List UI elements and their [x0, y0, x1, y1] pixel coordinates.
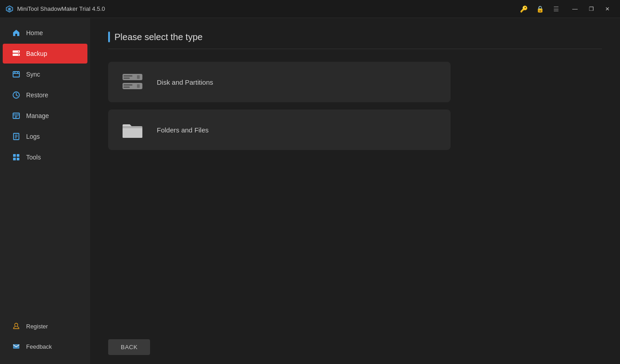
- sidebar-item-sync[interactable]: Sync: [3, 64, 87, 84]
- sidebar: Home Backup: [0, 18, 90, 364]
- section-title: Please select the type: [114, 32, 203, 42]
- disk-partitions-card[interactable]: Disk and Partitions: [108, 62, 451, 102]
- title-bar: MiniTool ShadowMaker Trial 4.5.0 🔑 🔒 ☰ —…: [0, 0, 620, 18]
- menu-icon[interactable]: ☰: [550, 3, 562, 15]
- section-title-area: Please select the type: [108, 32, 602, 49]
- sidebar-item-home[interactable]: Home: [3, 23, 87, 43]
- sidebar-item-logs[interactable]: Logs: [3, 127, 87, 146]
- sidebar-item-manage[interactable]: Manage: [3, 106, 87, 126]
- app-title: MiniTool ShadowMaker Trial 4.5.0: [17, 5, 105, 12]
- close-button[interactable]: ✕: [600, 3, 615, 15]
- app-logo-icon: [5, 5, 14, 13]
- logs-icon: [12, 132, 21, 141]
- svg-rect-24: [123, 75, 132, 77]
- svg-point-0: [9, 8, 10, 10]
- manage-icon: [12, 111, 21, 120]
- svg-rect-28: [123, 84, 132, 86]
- sidebar-item-tools-label: Tools: [26, 154, 41, 161]
- sidebar-item-register[interactable]: Register: [3, 316, 87, 336]
- sidebar-bottom: Register Feedback: [0, 316, 90, 364]
- restore-button[interactable]: ❐: [584, 3, 598, 15]
- window-controls: — ❐ ✕: [568, 3, 615, 15]
- folders-files-card[interactable]: Folders and Files: [108, 109, 451, 150]
- sidebar-item-home-label: Home: [26, 29, 43, 36]
- sidebar-item-restore-label: Restore: [26, 91, 48, 99]
- svg-rect-22: [13, 344, 19, 349]
- svg-rect-26: [137, 75, 140, 79]
- back-button-area: BACK: [108, 339, 150, 355]
- backup-icon: [12, 49, 21, 58]
- sidebar-item-backup[interactable]: Backup: [3, 44, 87, 64]
- feedback-icon: [12, 342, 21, 351]
- svg-rect-20: [13, 158, 16, 160]
- svg-rect-30: [137, 84, 140, 88]
- lock-icon[interactable]: 🔒: [533, 3, 546, 15]
- app-layout: Home Backup: [0, 18, 620, 364]
- restore-icon: [12, 91, 21, 100]
- main-content: Please select the type Disk and Part: [90, 18, 620, 364]
- sidebar-item-restore[interactable]: Restore: [3, 85, 87, 105]
- sidebar-item-sync-label: Sync: [26, 71, 40, 78]
- tools-icon: [12, 153, 21, 162]
- svg-rect-25: [123, 77, 130, 79]
- title-accent-bar: [108, 32, 110, 42]
- sidebar-item-backup-label: Backup: [26, 50, 47, 57]
- svg-rect-18: [13, 154, 16, 157]
- minimize-button[interactable]: —: [568, 3, 582, 15]
- svg-rect-5: [13, 72, 19, 77]
- header-icons: 🔑 🔒 ☰: [517, 3, 562, 15]
- sidebar-item-logs-label: Logs: [26, 133, 40, 140]
- sidebar-item-register-label: Register: [26, 323, 48, 330]
- folders-files-label: Folders and Files: [157, 126, 209, 134]
- home-icon: [12, 28, 21, 37]
- logo-area: MiniTool ShadowMaker Trial 4.5.0: [5, 5, 517, 13]
- sidebar-item-manage-label: Manage: [26, 112, 49, 119]
- disk-partitions-label: Disk and Partitions: [157, 78, 213, 86]
- svg-rect-19: [17, 154, 19, 157]
- svg-rect-29: [123, 86, 130, 88]
- sidebar-item-feedback-label: Feedback: [26, 343, 52, 350]
- sidebar-item-feedback[interactable]: Feedback: [3, 337, 87, 356]
- sidebar-item-tools[interactable]: Tools: [3, 147, 87, 167]
- folders-files-icon: [119, 118, 146, 141]
- sync-icon: [12, 70, 21, 79]
- disk-partitions-icon: [119, 71, 146, 93]
- svg-rect-4: [18, 55, 19, 55]
- back-button[interactable]: BACK: [108, 339, 150, 355]
- key-icon[interactable]: 🔑: [517, 3, 530, 15]
- register-icon: [12, 322, 21, 331]
- svg-rect-21: [17, 158, 19, 160]
- svg-rect-3: [18, 51, 19, 52]
